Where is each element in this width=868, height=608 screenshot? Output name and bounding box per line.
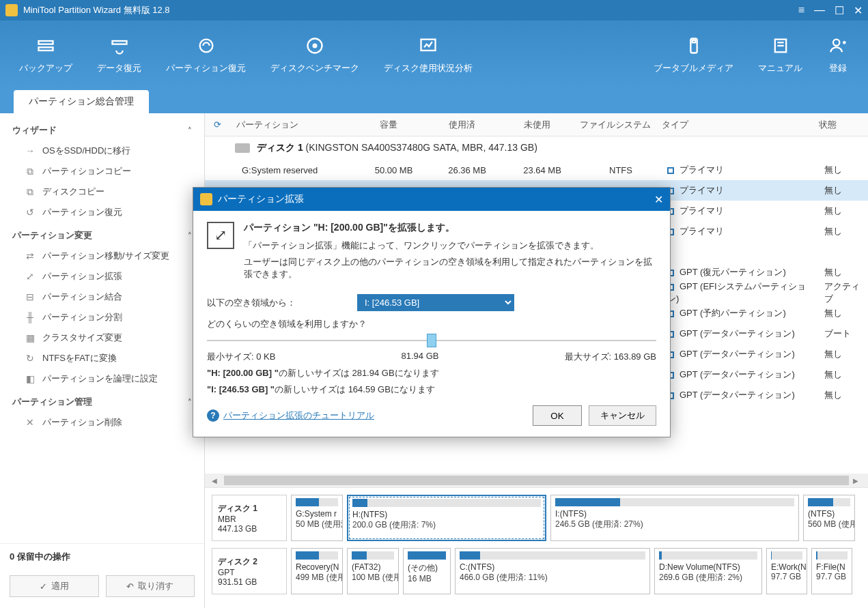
disk-map-partition[interactable]: G:System r50 MB (使用済: (291, 495, 343, 541)
col-used[interactable]: 使用済 (424, 119, 499, 131)
cancel-button[interactable]: キャンセル (589, 405, 656, 426)
item-icon: ⊟ (25, 291, 36, 302)
disk-map-partition[interactable]: (FAT32)100 MB (使用済: (347, 548, 399, 594)
horizontal-scrollbar[interactable]: ◀▶ (205, 474, 868, 487)
col-type[interactable]: タイプ (656, 119, 813, 131)
sidebar-item[interactable]: ⧉パーティションコピー (0, 161, 204, 182)
menu-icon[interactable]: ≡ (798, 4, 804, 17)
toolbar-backup[interactable]: バックアップ (7, 29, 85, 80)
col-capacity[interactable]: 容量 (352, 119, 424, 131)
undo-button[interactable]: ↶取り消す (106, 575, 195, 597)
disk-icon (235, 143, 250, 153)
sidebar-item[interactable]: →OSをSSD/HDDに移行 (0, 141, 204, 161)
section-header[interactable]: パーティション管理˄ (0, 389, 204, 412)
refresh-icon[interactable]: ⟳ (205, 119, 229, 130)
item-icon: ◧ (25, 373, 36, 384)
svg-point-12 (833, 40, 839, 46)
howmuch-label: どのくらいの空き領域を利用しますか？ (207, 318, 656, 330)
disk-map-area: ディスク 1MBR447.13 GBG:System r50 MB (使用済:H… (205, 487, 868, 608)
disk-map-label[interactable]: ディスク 2GPT931.51 GB (212, 548, 287, 594)
sidebar-item[interactable]: ↻NTFSをFATに変換 (0, 348, 204, 368)
max-size: 最大サイズ: 163.89 GB (565, 351, 656, 363)
backup-icon (35, 35, 57, 57)
toolbar-analyze[interactable]: ディスク使用状況分析 (372, 29, 485, 80)
section-header[interactable]: パーティション変更˄ (0, 222, 204, 246)
minimize-icon[interactable]: — (814, 4, 825, 17)
col-partition[interactable]: パーティション (229, 119, 352, 131)
disk-map-partition[interactable]: H:(NTFS)200.0 GB (使用済: 7%) (347, 495, 546, 541)
help-icon: ? (207, 409, 219, 422)
partition-row[interactable]: G:System reserved50.00 MB26.36 MB23.64 M… (205, 160, 868, 180)
section-header[interactable]: ウィザード˄ (0, 117, 204, 141)
toolbar-partrec[interactable]: パーティション復元 (154, 29, 258, 80)
dialog-heading: パーティション "H: [200.00 GB]"を拡張します。 (244, 222, 656, 234)
window-controls: ≡ — ☐ ✕ (798, 4, 863, 17)
item-icon: ↻ (25, 353, 36, 364)
close-icon[interactable]: ✕ (854, 4, 863, 17)
maximize-icon[interactable]: ☐ (835, 4, 844, 17)
register-icon (827, 35, 849, 57)
svg-point-5 (313, 44, 317, 48)
app-icon (5, 4, 18, 16)
apply-button[interactable]: ✓適用 (10, 575, 99, 597)
sidebar-item[interactable]: ⇄パーティション移動/サイズ変更 (0, 246, 204, 266)
sidebar-item[interactable]: ⊟パーティション結合 (0, 287, 204, 307)
col-status[interactable]: 状態 (813, 119, 868, 131)
disk-map-label[interactable]: ディスク 1MBR447.13 GB (212, 495, 287, 541)
min-size: 最小サイズ: 0 KB (207, 351, 275, 363)
disk-1-header[interactable]: ディスク 1 (KINGSTON SA400S37480G SATA, MBR,… (205, 136, 868, 160)
tab-partition-management[interactable]: パーティション総合管理 (14, 90, 149, 113)
toolbar-usb[interactable]: ブータブルメディア (641, 29, 746, 80)
app-title: MiniTool Partition Wizard 無料版 12.8 (23, 4, 170, 16)
ok-button[interactable]: OK (533, 405, 582, 426)
disk-map-partition[interactable]: I:(NTFS)246.5 GB (使用済: 27%) (550, 495, 799, 541)
sidebar-item[interactable]: ╫パーティション分割 (0, 307, 204, 328)
recover-icon (109, 35, 130, 57)
dialog-desc-1: 「パーティション拡張」機能によって、ワンクリックでパーティションを拡張できます。 (244, 240, 656, 252)
analyze-icon (417, 35, 439, 57)
dialog-close-icon[interactable]: ✕ (654, 193, 663, 206)
item-icon: ╫ (25, 312, 36, 323)
toolbar-bench[interactable]: ディスクベンチマーク (258, 29, 372, 80)
from-label: 以下の空き領域から： (207, 297, 350, 309)
disk-map-partition[interactable]: E:Work(N97.7 GB (766, 548, 807, 594)
disk-map-partition[interactable]: Recovery(N499 MB (使用済: (291, 548, 343, 594)
expand-icon: ⤢ (207, 222, 234, 249)
manual-icon (770, 35, 792, 57)
main-toolbar: バックアップデータ復元パーティション復元ディスクベンチマークディスク使用状況分析… (0, 20, 868, 89)
col-filesystem[interactable]: ファイルシステム (574, 119, 656, 131)
result-h: "H: [200.00 GB] "の新しいサイズは 281.94 GBになります (207, 367, 656, 379)
sidebar-item[interactable]: ↺パーティション復元 (0, 202, 204, 222)
slider-handle[interactable] (427, 334, 436, 347)
source-partition-select[interactable]: I: [246.53 GB] (357, 294, 514, 311)
toolbar-register[interactable]: 登録 (815, 29, 861, 80)
item-icon: ↺ (25, 207, 36, 218)
disk-map-partition[interactable]: C:(NTFS)466.0 GB (使用済: 11%) (455, 548, 650, 594)
item-icon: ⇄ (25, 250, 36, 261)
sidebar-item[interactable]: ✕パーティション削除 (0, 412, 204, 433)
toolbar-recover[interactable]: データ復元 (85, 29, 154, 80)
disk-map-partition[interactable]: (その他)16 MB (403, 548, 451, 594)
col-free[interactable]: 未使用 (499, 119, 574, 131)
svg-rect-1 (39, 47, 53, 50)
disk-map-partition[interactable]: D:New Volume(NTFS)269.6 GB (使用済: 2%) (654, 548, 762, 594)
extend-partition-dialog: パーティション拡張 ✕ ⤢ パーティション "H: [200.00 GB]"を拡… (193, 187, 671, 437)
sidebar-item[interactable]: ▦クラスタサイズ変更 (0, 328, 204, 348)
chevron-up-icon: ˄ (188, 231, 192, 240)
usb-icon (683, 35, 705, 57)
item-icon: ✕ (25, 417, 36, 428)
item-icon: ▦ (25, 332, 36, 343)
sidebar-item[interactable]: ◧パーティションを論理に設定 (0, 368, 204, 389)
help-link[interactable]: ? パーティション拡張のチュートリアル (207, 409, 374, 422)
disk-map-partition[interactable]: (NTFS)560 MB (使用済: (803, 495, 855, 541)
svg-rect-2 (112, 41, 126, 44)
sidebar-item[interactable]: ⤢パーティション拡張 (0, 266, 204, 287)
toolbar-manual[interactable]: マニュアル (746, 29, 815, 80)
svg-point-3 (199, 40, 212, 53)
chevron-up-icon: ˄ (188, 126, 192, 135)
disk-map-partition[interactable]: F:File(N97.7 GB (811, 548, 852, 594)
tab-bar: パーティション総合管理 (0, 89, 868, 113)
size-slider[interactable] (207, 340, 656, 341)
sidebar-item[interactable]: ⧉ディスクコピー (0, 182, 204, 202)
item-icon: ⤢ (25, 271, 36, 282)
